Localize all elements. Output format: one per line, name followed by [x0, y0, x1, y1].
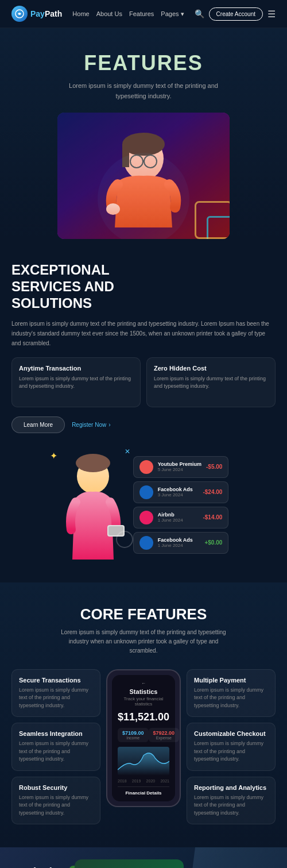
payment-info-2: Airbnb 1 June 2024: [158, 512, 199, 523]
phone-mockup: ← Statistics Track your financial statis…: [106, 669, 181, 807]
learn-more-button[interactable]: Learn More: [11, 416, 65, 433]
core-card-title-0: Secure Transactions: [19, 677, 93, 684]
payment-dot-1: [139, 485, 153, 499]
logo-text: PayPath: [30, 9, 62, 18]
feature-cards: Anytime Transaction Lorem ipsum is simpl…: [11, 357, 276, 407]
core-card-title-r1: Customizable Checkout: [194, 730, 268, 737]
feature-card-title-2: Zero Hidden Cost: [154, 365, 268, 372]
hero-image: [57, 113, 230, 239]
hero-subtitle: Lorem ipsum is simply dummy text of the …: [69, 81, 218, 101]
phone-screen: ← Statistics Track your financial statis…: [112, 675, 175, 801]
services-section: EXCEPTIONAL SERVICES AND SOLUTIONS Lorem…: [0, 239, 287, 582]
payment-dot-0: [139, 460, 153, 474]
search-icon[interactable]: 🔍: [195, 9, 204, 18]
integrations-block: 280+ Integrations Lorem ipsum is simply …: [69, 859, 195, 868]
core-features-grid: Secure Transactions Lorem ipsum is simpl…: [11, 669, 276, 825]
core-card-multiple: Multiple Payment Lorem ipsum is simply d…: [187, 669, 276, 717]
hero-photo: [57, 113, 230, 239]
core-left-cards: Secure Transactions Lorem ipsum is simpl…: [11, 669, 100, 825]
core-card-text-r2: Lorem ipsum is simply dummy text of the …: [194, 794, 268, 817]
core-features-subtitle: Lorem ipsum is simply dummy text of the …: [57, 628, 230, 655]
payment-item-3: Facebook Ads 1 June 2024 +$0.00: [133, 532, 229, 554]
feature-card-text-2: Lorem ipsum is simply dummy text of the …: [154, 375, 268, 391]
phone-expense-label: Expense: [153, 736, 175, 740]
payment-item-0: Youtube Premium 5 June 2024 -$5.00: [133, 456, 229, 478]
visa-card: VISA ⊞ Your Balance $4210.00 2332 4421 9…: [75, 859, 184, 868]
feature-card-transaction: Anytime Transaction Lorem ipsum is simpl…: [11, 357, 141, 407]
bottom-section: Replacing complexity with simplicity Lor…: [0, 847, 287, 868]
core-features-title: CORE FEATURES: [11, 605, 276, 623]
core-card-text-0: Lorem ipsum is simply dummy text of the …: [19, 686, 93, 710]
svg-point-12: [76, 454, 110, 472]
hamburger-icon[interactable]: ☰: [267, 9, 276, 20]
core-card-text-r0: Lorem ipsum is simply dummy text of the …: [194, 686, 268, 710]
services-right: ✦ ✕ Youtube Premium 5 June 2024 -$5.00 F…: [11, 445, 276, 560]
teal-corner-decoration: [207, 216, 230, 239]
phone-balance: $11,521.00: [118, 711, 169, 723]
nav-home[interactable]: Home: [72, 10, 89, 17]
nav-about[interactable]: About Us: [96, 10, 122, 17]
core-card-text-1: Lorem ipsum is simply dummy text of the …: [19, 740, 93, 763]
hero-title: FEATURES: [11, 51, 276, 75]
services-left: EXCEPTIONAL SERVICES AND SOLUTIONS Lorem…: [11, 262, 276, 433]
register-now-button[interactable]: Register Now ›: [72, 422, 110, 428]
phone-expense-stat: $7922.00 Expense: [149, 728, 180, 742]
phone-title: Statistics: [118, 688, 169, 695]
core-card-reporting: Reporting and Analytics Lorem ipsum is s…: [187, 777, 276, 825]
bottom-content: Replacing complexity with simplicity Lor…: [0, 847, 287, 868]
core-card-secure: Secure Transactions Lorem ipsum is simpl…: [11, 669, 100, 717]
logo[interactable]: PayPath: [11, 6, 62, 22]
payment-item-1: Facebook Ads 3 June 2024 -$24.00: [133, 481, 229, 503]
core-card-title-r0: Multiple Payment: [194, 677, 268, 684]
phone-financial-details: Financial Details: [118, 786, 169, 796]
core-card-seamless: Seamless Integration Lorem ipsum is simp…: [11, 723, 100, 771]
phone-income-value: $7109.00: [122, 730, 144, 736]
feature-card-title-1: Anytime Transaction: [19, 365, 133, 372]
core-card-title-r2: Reporting and Analytics: [194, 784, 268, 791]
hero-section: FEATURES Lorem ipsum is simply dummy tex…: [0, 28, 287, 239]
core-card-robust: Robust Security Lorem ipsum is simply du…: [11, 777, 100, 825]
phone-years: 2018 2019 2020 2021: [118, 779, 169, 783]
services-buttons: Learn More Register Now ›: [11, 416, 276, 433]
phone-income-label: Income: [122, 736, 144, 740]
core-right-cards: Multiple Payment Lorem ipsum is simply d…: [187, 669, 276, 825]
nav-pages-dropdown[interactable]: Pages ▾: [161, 10, 184, 18]
payment-dot-3: [139, 536, 153, 550]
phone-chart: [118, 747, 169, 776]
nav-links: Home About Us Features Pages ▾: [72, 10, 184, 18]
arrow-right-icon: ›: [108, 422, 110, 428]
payment-info-1: Facebook Ads 3 June 2024: [158, 487, 199, 497]
nav-features[interactable]: Features: [129, 10, 154, 17]
core-features-section: CORE FEATURES Lorem ipsum is simply dumm…: [0, 582, 287, 848]
services-description: Lorem ipsum is simply dummy text of the …: [11, 319, 276, 348]
navigation: PayPath Home About Us Features Pages ▾ 🔍…: [0, 0, 287, 28]
feature-card-text-1: Lorem ipsum is simply dummy text of the …: [19, 375, 133, 391]
logo-icon: [11, 6, 28, 22]
payment-info-0: Youtube Premium 5 June 2024: [158, 461, 201, 472]
payment-dot-2: [139, 511, 153, 524]
phone-expense-value: $7922.00: [153, 730, 175, 736]
nav-right: 🔍 Create Account ☰: [195, 7, 276, 21]
phone-period: Track your financial statistics: [118, 696, 169, 707]
core-card-title-2: Robust Security: [19, 784, 93, 791]
feature-card-cost: Zero Hidden Cost Lorem ipsum is simply d…: [146, 357, 276, 407]
core-card-text-2: Lorem ipsum is simply dummy text of the …: [19, 794, 93, 817]
core-card-text-r1: Lorem ipsum is simply dummy text of the …: [194, 740, 268, 763]
payment-info-3: Facebook Ads 1 June 2024: [158, 537, 200, 548]
phone-stats-row: $7109.00 Income $7922.00 Expense: [118, 728, 169, 742]
payment-cards-list: Youtube Premium 5 June 2024 -$5.00 Faceb…: [133, 456, 229, 554]
payment-item-2: Airbnb 1 June 2024 -$14.00: [133, 507, 229, 528]
phone-income-stat: $7109.00 Income: [118, 728, 149, 742]
core-card-checkout: Customizable Checkout Lorem ipsum is sim…: [187, 723, 276, 771]
create-account-button[interactable]: Create Account: [209, 7, 263, 21]
services-heading: EXCEPTIONAL SERVICES AND SOLUTIONS: [11, 262, 276, 311]
core-card-title-1: Seamless Integration: [19, 730, 93, 737]
phone-back-button: ←: [118, 681, 169, 686]
